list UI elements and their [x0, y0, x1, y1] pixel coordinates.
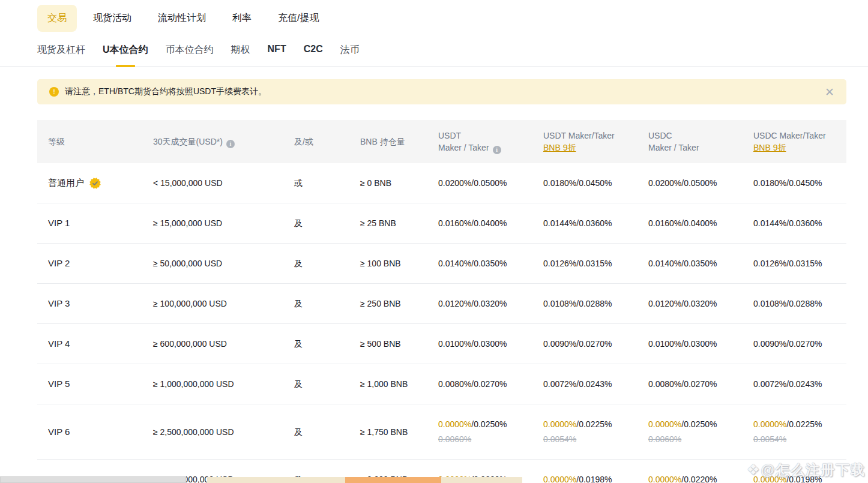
bnb-balance-cell: ≥ 500 BNB — [360, 324, 438, 364]
top-tab-interest-rate[interactable]: 利率 — [222, 5, 262, 32]
header-level: 等级 — [37, 120, 153, 163]
close-icon[interactable]: ✕ — [825, 86, 834, 98]
level-label: VIP 2 — [48, 257, 70, 270]
usdt-bnb-fee-cell: 0.0180%/0.0450% — [543, 163, 648, 203]
fee-value: 0.0200%/0.0500% — [648, 178, 717, 188]
sub-tab-c2c[interactable]: C2C — [304, 44, 323, 64]
gem-icon: ❖ — [747, 461, 761, 478]
fee-value: 0.0100%/0.0300% — [648, 339, 717, 349]
and-or-cell: 及 — [294, 203, 360, 244]
usdt-fee-cell: 0.0000%/0.0250% 0.0060% — [438, 404, 543, 460]
header-bnb-balance: BNB 持仓量 — [360, 120, 438, 163]
market-sub-navigation: 现货及杠杆 U本位合约 币本位合约 期权 NFT C2C 法币 — [0, 44, 868, 67]
fee-value: 0.0072%/0.0243% — [543, 379, 612, 389]
discounted-fee: 0.0000% — [648, 419, 681, 429]
fee-value: /0.0198% — [576, 475, 612, 483]
notice-banner: ! 请注意，ETH/BTC期货合约将按照USDT手续费表计。 ✕ — [37, 79, 846, 104]
fee-value: /0.0250% — [471, 419, 507, 429]
usdc-bnb-fee-cell: 0.0108%/0.0288% — [753, 284, 846, 324]
old-fee-strikethrough: 0.0054% — [543, 433, 643, 446]
bnb-balance-cell: ≥ 1,000 BNB — [360, 364, 438, 404]
sub-tab-usd-m-futures-label: U本位合约 — [103, 44, 148, 55]
top-tab-liquidity-program[interactable]: 流动性计划 — [148, 5, 216, 32]
level-label: VIP 5 — [48, 377, 70, 391]
level-label: VIP 4 — [48, 337, 70, 350]
fee-value: /0.0225% — [786, 419, 822, 429]
level-cell: VIP 2 — [37, 244, 153, 284]
sub-tab-spot-margin[interactable]: 现货及杠杆 — [37, 44, 85, 66]
usdc-bnb-fee-cell: 0.0180%/0.0450% — [753, 163, 846, 203]
level-cell: 普通用户 — [37, 163, 153, 203]
old-fee-strikethrough: 0.0060% — [438, 433, 538, 446]
top-tab-trading[interactable]: 交易 — [37, 5, 77, 32]
header-usdt-line1: USDT — [438, 130, 538, 142]
bnb-balance-cell: ≥ 25 BNB — [360, 203, 438, 244]
fee-value: 0.0108%/0.0288% — [753, 299, 822, 308]
fee-value: 0.0100%/0.0300% — [438, 339, 507, 349]
usdc-fee-cell: 0.0080%/0.0270% — [648, 364, 753, 404]
fee-table: 等级 30天成交量(USD*)i 及/或 BNB 持仓量 USDT Maker … — [37, 120, 846, 483]
and-or-cell: 及 — [294, 324, 360, 364]
level-cell: VIP 6 — [37, 404, 153, 460]
level-label: VIP 6 — [48, 425, 70, 439]
sub-tab-fiat[interactable]: 法币 — [340, 44, 360, 66]
sub-tab-nft[interactable]: NFT — [268, 44, 286, 64]
and-or-cell: 及 — [294, 404, 360, 460]
fee-table-body: 普通用户 < 15,000,000 USD 或 ≥ 0 BNB 0.0200%/… — [37, 163, 846, 483]
info-icon[interactable]: i — [493, 146, 501, 154]
fee-value: /0.0220% — [681, 475, 717, 483]
sub-tab-coin-m-futures[interactable]: 币本位合约 — [166, 44, 214, 66]
volume-cell: ≥ 600,000,000 USD — [153, 324, 294, 364]
fee-table-header: 等级 30天成交量(USD*)i 及/或 BNB 持仓量 USDT Maker … — [37, 120, 846, 163]
sub-tab-options[interactable]: 期权 — [231, 44, 250, 66]
bnb-balance-cell: ≥ 100 BNB — [360, 244, 438, 284]
fee-value: 0.0160%/0.0400% — [648, 218, 717, 228]
usdt-bnb-fee-cell: 0.0126%/0.0315% — [543, 244, 648, 284]
level-cell: VIP 1 — [37, 203, 153, 244]
usdc-bnb-fee-cell: 0.0000%/0.0225% 0.0054% — [753, 404, 846, 460]
fee-value: 0.0200%/0.0500% — [438, 178, 507, 188]
fee-page: 交易 现货活动 流动性计划 利率 充值/提现 现货及杠杆 U本位合约 币本位合约… — [0, 5, 868, 483]
usdt-fee-cell: 0.0140%/0.0350% — [438, 244, 543, 284]
watermark: ❖@怎么注册下载 — [747, 461, 866, 479]
sub-tab-usd-m-futures[interactable]: U本位合约 — [103, 44, 148, 66]
level-label: VIP 3 — [48, 297, 70, 310]
discounted-fee: 0.0000% — [648, 475, 681, 483]
usdt-bnb-fee-cell: 0.0090%/0.0270% — [543, 324, 648, 364]
old-fee-strikethrough: 0.0060% — [648, 433, 749, 446]
header-and-or: 及/或 — [294, 120, 360, 163]
old-fee-strikethrough: 0.0054% — [753, 433, 842, 446]
header-usdc-line2: Maker / Taker — [648, 142, 749, 154]
volume-cell: ≥ 100,000,000 USD — [153, 284, 294, 324]
bnb-discount-link[interactable]: BNB 9折 — [753, 143, 786, 152]
usdt-bnb-fee-cell: 0.0144%/0.0360% — [543, 203, 648, 244]
level-label: VIP 1 — [48, 217, 70, 230]
volume-cell: ≥ 15,000,000 USD — [153, 203, 294, 244]
fee-value: 0.0126%/0.0315% — [543, 259, 612, 268]
top-tab-deposit-withdraw[interactable]: 充值/提现 — [268, 5, 329, 32]
fee-value: 0.0126%/0.0315% — [753, 259, 822, 268]
fee-value: 0.0160%/0.0400% — [438, 218, 507, 228]
notice-text: 请注意，ETH/BTC期货合约将按照USDT手续费表计。 — [65, 86, 267, 97]
fee-value: /0.0250% — [681, 419, 717, 429]
verified-badge-icon — [89, 177, 101, 190]
usdt-bnb-fee-cell: 0.0000%/0.0198% — [543, 460, 648, 483]
usdc-fee-cell: 0.0200%/0.0500% — [648, 163, 753, 203]
top-tab-spot-activity[interactable]: 现货活动 — [83, 5, 142, 32]
usdt-fee-cell: 0.0100%/0.0300% — [438, 324, 543, 364]
bnb-discount-link[interactable]: BNB 9折 — [543, 143, 576, 152]
header-usdt-line2: Maker / Taker — [438, 143, 489, 152]
table-row: VIP 3 ≥ 100,000,000 USD 及 ≥ 250 BNB 0.01… — [37, 284, 846, 324]
fee-value: 0.0140%/0.0350% — [648, 259, 717, 268]
header-volume: 30天成交量(USD*)i — [153, 120, 294, 163]
usdc-fee-cell: 0.0160%/0.0400% — [648, 203, 753, 244]
scrollbar-track-highlight — [207, 477, 522, 483]
watermark-text: @怎么注册下载 — [761, 462, 866, 478]
header-usdc-line1: USDC — [648, 130, 749, 142]
usdc-fee-cell: 0.0000%/0.0220% — [648, 460, 753, 483]
fee-value: 0.0108%/0.0288% — [543, 299, 612, 308]
info-icon[interactable]: i — [226, 140, 235, 148]
horizontal-scrollbar-thumb[interactable] — [0, 476, 186, 483]
fee-value: 0.0080%/0.0270% — [648, 379, 717, 389]
discounted-fee: 0.0000% — [543, 419, 576, 429]
